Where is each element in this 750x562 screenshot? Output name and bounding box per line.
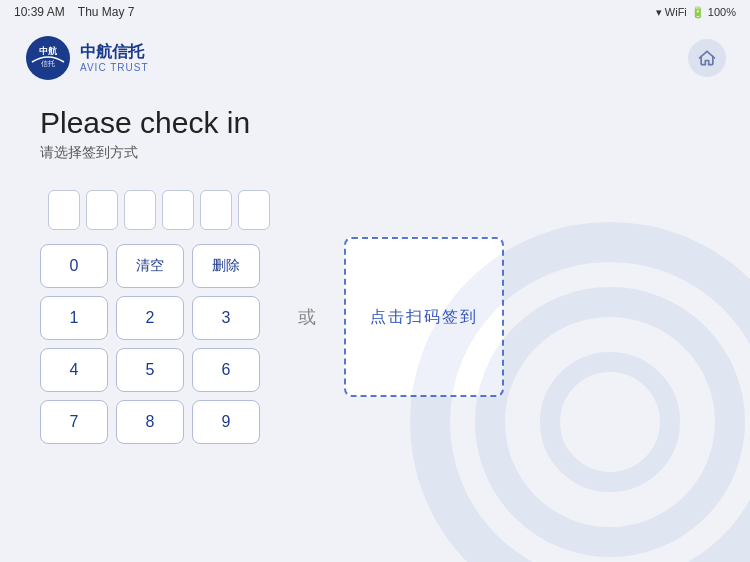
svg-text:中航: 中航: [39, 45, 58, 56]
keypad-section: 0 清空 删除 1 2 3 4 5 6 7 8 9: [40, 190, 270, 444]
input-box-5: [200, 190, 232, 230]
page-title-cn: 请选择签到方式: [40, 144, 710, 162]
key-delete[interactable]: 删除: [192, 244, 260, 288]
key-8[interactable]: 8: [116, 400, 184, 444]
input-box-6: [238, 190, 270, 230]
logo-cn: 中航信托: [80, 42, 149, 61]
key-2[interactable]: 2: [116, 296, 184, 340]
key-6[interactable]: 6: [192, 348, 260, 392]
key-7[interactable]: 7: [40, 400, 108, 444]
input-box-4: [162, 190, 194, 230]
key-9[interactable]: 9: [192, 400, 260, 444]
avic-trust-logo-icon: 中航 信托: [24, 34, 72, 82]
status-time-date: 10:39 AM Thu May 7: [14, 5, 135, 19]
input-box-3: [124, 190, 156, 230]
qr-scan-label: 点击扫码签到: [370, 307, 478, 328]
key-1[interactable]: 1: [40, 296, 108, 340]
key-clear[interactable]: 清空: [116, 244, 184, 288]
logo-text: 中航信托 AVIC TRUST: [80, 42, 149, 73]
logo-en: AVIC TRUST: [80, 62, 149, 74]
svg-point-3: [26, 36, 70, 80]
main-content: Please check in 请选择签到方式 0 清空 删除 1: [0, 82, 750, 444]
status-date: Thu May 7: [78, 5, 135, 19]
status-time: 10:39 AM: [14, 5, 65, 19]
checkin-area: 0 清空 删除 1 2 3 4 5 6 7 8 9 或 点击扫码签到: [40, 190, 710, 444]
status-bar: 10:39 AM Thu May 7 ▾ WiFi 🔋 100%: [0, 0, 750, 24]
input-boxes: [48, 190, 270, 230]
keypad: 0 清空 删除 1 2 3 4 5 6 7 8 9: [40, 244, 260, 444]
key-3[interactable]: 3: [192, 296, 260, 340]
svg-text:信托: 信托: [41, 60, 55, 67]
header: 中航 信托 中航信托 AVIC TRUST: [0, 24, 750, 82]
home-button[interactable]: [688, 39, 726, 77]
key-5[interactable]: 5: [116, 348, 184, 392]
status-right: ▾ WiFi 🔋 100%: [656, 6, 736, 19]
input-box-2: [86, 190, 118, 230]
wifi-icon: ▾ WiFi: [656, 6, 687, 19]
qr-scan-area[interactable]: 点击扫码签到: [344, 237, 504, 397]
page-title-en: Please check in: [40, 106, 710, 140]
logo-area: 中航 信托 中航信托 AVIC TRUST: [24, 34, 149, 82]
battery-icon: 🔋 100%: [691, 6, 736, 19]
home-icon: [697, 48, 717, 68]
input-box-1: [48, 190, 80, 230]
key-4[interactable]: 4: [40, 348, 108, 392]
key-0[interactable]: 0: [40, 244, 108, 288]
or-separator: 或: [270, 305, 344, 329]
